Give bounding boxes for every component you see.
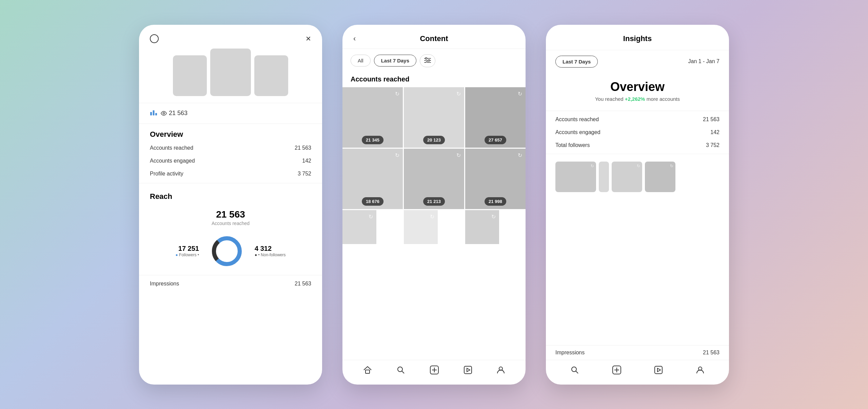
filter-all-button[interactable]: All: [351, 55, 371, 67]
grid-cell-4[interactable]: ↻ 18 676: [342, 149, 403, 209]
overview-sub-suffix: more accounts: [645, 96, 680, 102]
p3-nav-search-icon[interactable]: [571, 366, 579, 376]
p3-total-followers-label: Total followers: [555, 142, 590, 148]
back-button[interactable]: ‹: [353, 34, 356, 43]
p3-impressions-value: 21 563: [703, 350, 719, 356]
p3-accounts-reached-value: 21 563: [703, 116, 719, 123]
filter-bar: All Last 7 Days: [342, 49, 526, 73]
grid-cell-5[interactable]: ↻ 21 213: [404, 149, 464, 209]
grid-cell-7[interactable]: ↻: [342, 210, 376, 244]
donut-section: 17 251 Followers • 4 312 • Non-followers: [139, 229, 322, 275]
divider-1: [139, 183, 322, 183]
filter-settings-button[interactable]: [420, 54, 435, 67]
accounts-reached-value: 21 563: [295, 145, 311, 151]
thumb-3: ↻: [612, 162, 642, 192]
insights-filter-row: Last 7 Days Jan 1 - Jan 7: [546, 50, 729, 73]
p3-divider-1: [546, 111, 729, 111]
stories-row: [139, 49, 322, 103]
accounts-reached-label: Accounts reached: [150, 145, 193, 151]
grid-cell-2[interactable]: ↻ 20 123: [404, 87, 464, 148]
overview-highlight: +2,262%: [625, 96, 645, 102]
svg-rect-13: [366, 370, 370, 373]
p3-total-followers: Total followers 3 752: [546, 139, 729, 152]
overview-title: Overview: [139, 124, 322, 142]
accounts-engaged-row: Accounts engaged 142: [139, 154, 322, 167]
eye-count: 21 563: [161, 110, 188, 117]
grid-cell-9[interactable]: ↻: [465, 210, 499, 244]
nav-search-icon[interactable]: [397, 366, 405, 376]
thumbnails-row: ↻ ↻ ↻: [546, 156, 729, 198]
phone-content: ‹ Content All Last 7 Days Accounts reach…: [342, 25, 526, 385]
nav-profile-icon[interactable]: [497, 366, 505, 376]
followers-label-block: 17 251 Followers •: [176, 245, 199, 257]
p3-nav-reels-icon[interactable]: [654, 366, 663, 376]
insights-title: Insights: [623, 34, 652, 43]
p3-nav-profile-icon[interactable]: [696, 366, 704, 376]
non-followers-label-block: 4 312 • Non-followers: [255, 245, 286, 257]
filter-last7-button[interactable]: Last 7 Days: [374, 55, 416, 67]
svg-point-3: [163, 112, 165, 114]
cell-badge-6: 21 998: [485, 197, 506, 206]
phones-container: ✕ 21 563 Overview Accounts reached 21: [139, 25, 729, 385]
nav-home-icon[interactable]: [363, 366, 372, 376]
svg-point-11: [428, 59, 430, 61]
cell-icon-7: ↻: [369, 213, 373, 220]
grid-cell-1[interactable]: ↻ 21 345: [342, 87, 403, 148]
cell-badge-1: 21 345: [362, 136, 383, 144]
grid-cell-8[interactable]: ↻: [404, 210, 438, 244]
thumb-icon-1: ↻: [591, 164, 594, 168]
phone-insights: Insights Last 7 Days Jan 1 - Jan 7 Overv…: [546, 25, 729, 385]
circle-icon: [150, 34, 159, 43]
story-thumb-right: [254, 55, 288, 96]
cell-badge-4: 18 676: [362, 197, 383, 206]
impressions-label: Impressions: [150, 281, 179, 287]
grid-cell-6[interactable]: ↻ 21 998: [465, 149, 526, 209]
reach-big-number: 21 563: [139, 209, 322, 220]
cell-icon-6: ↻: [518, 152, 522, 159]
profile-activity-value: 3 752: [298, 171, 311, 177]
cell-icon-1: ↻: [395, 91, 399, 97]
reach-sub-label: Accounts reached: [139, 221, 322, 226]
p3-divider-2: [546, 154, 729, 154]
accounts-engaged-value: 142: [302, 158, 311, 164]
p3-total-followers-value: 3 752: [706, 142, 719, 148]
close-icon[interactable]: ✕: [305, 35, 311, 43]
thumb-4: ↻: [645, 162, 675, 192]
p3-accounts-reached: Accounts reached 21 563: [546, 113, 729, 126]
story-thumb-left: [173, 55, 207, 96]
non-followers-number: 4 312: [255, 245, 286, 253]
profile-activity-row: Profile activity 3 752: [139, 167, 322, 180]
cell-icon-9: ↻: [491, 213, 496, 220]
grid-cell-3[interactable]: ↻ 27 657: [465, 87, 526, 148]
view-count: 21 563: [169, 110, 188, 117]
svg-rect-2: [155, 113, 157, 115]
overview-sub-prefix: You reached: [595, 96, 625, 102]
svg-point-12: [426, 61, 428, 63]
reach-center: 21 563 Accounts reached: [139, 204, 322, 229]
cell-icon-8: ↻: [430, 213, 434, 220]
thumb-icon-3: ↻: [637, 164, 640, 168]
bottom-nav: [342, 360, 526, 385]
p3-bottom-nav: [546, 360, 729, 385]
phone2-header: ‹ Content: [342, 25, 526, 49]
story-thumb-center: [210, 49, 251, 96]
p3-nav-add-icon[interactable]: [612, 366, 621, 376]
cell-badge-2: 20 123: [423, 136, 445, 144]
cell-badge-5: 21 213: [423, 197, 445, 206]
non-followers-sub: • Non-followers: [255, 253, 286, 257]
p3-impressions-label: Impressions: [555, 350, 585, 356]
phone-overview: ✕ 21 563 Overview Accounts reached 21: [139, 25, 322, 385]
insights-filter-last7[interactable]: Last 7 Days: [555, 56, 598, 68]
followers-number: 17 251: [176, 245, 199, 253]
overview-big-title: Overview: [555, 80, 719, 94]
phone1-header: ✕: [139, 25, 322, 49]
accounts-reached-row: Accounts reached 21 563: [139, 142, 322, 154]
cell-badge-3: 27 657: [485, 136, 506, 144]
nav-add-icon[interactable]: [430, 366, 439, 376]
impressions-value: 21 563: [295, 281, 311, 287]
svg-line-23: [576, 371, 578, 373]
nav-reels-icon[interactable]: [464, 366, 472, 376]
cell-icon-4: ↻: [395, 152, 399, 159]
p3-accounts-engaged: Accounts engaged 142: [546, 126, 729, 139]
svg-marker-20: [467, 368, 470, 372]
